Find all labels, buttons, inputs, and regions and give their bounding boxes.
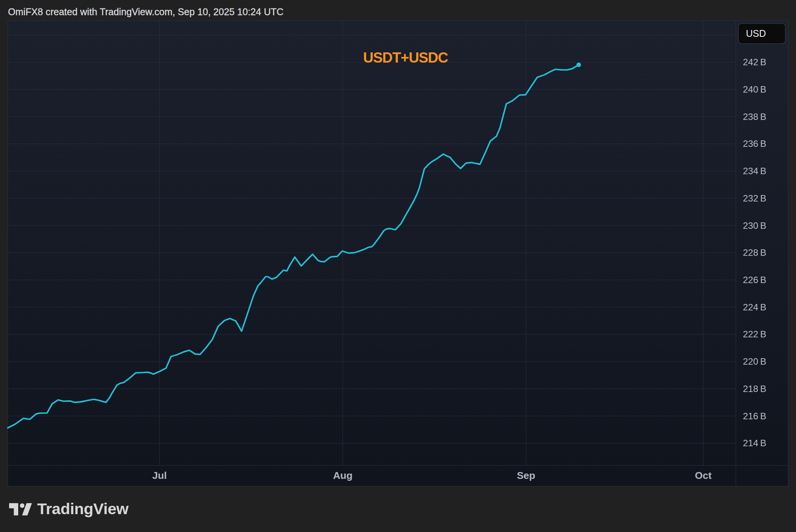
svg-text:Jul: Jul: [152, 470, 167, 481]
svg-text:226 B: 226 B: [743, 275, 766, 285]
svg-text:236 B: 236 B: [743, 139, 766, 149]
svg-text:Oct: Oct: [695, 470, 711, 481]
svg-text:234 B: 234 B: [743, 166, 766, 176]
svg-text:238 B: 238 B: [743, 112, 766, 122]
svg-text:OmiFX8 created with TradingVie: OmiFX8 created with TradingView.com, Sep…: [8, 6, 283, 17]
svg-text:224 B: 224 B: [743, 302, 766, 312]
svg-text:Aug: Aug: [333, 470, 353, 481]
svg-text:USD: USD: [746, 28, 766, 39]
svg-text:222 B: 222 B: [743, 329, 766, 339]
svg-text:242 B: 242 B: [743, 57, 766, 67]
svg-text:216 B: 216 B: [743, 411, 766, 421]
svg-text:220 B: 220 B: [743, 356, 766, 367]
svg-text:232 B: 232 B: [743, 193, 766, 203]
svg-text:230 B: 230 B: [743, 220, 766, 231]
svg-text:Sep: Sep: [517, 470, 535, 481]
svg-text:240 B: 240 B: [743, 84, 766, 94]
svg-text:214 B: 214 B: [743, 438, 766, 448]
svg-text:228 B: 228 B: [743, 247, 766, 258]
svg-text:218 B: 218 B: [743, 384, 766, 394]
svg-text:USDT+USDC: USDT+USDC: [363, 50, 448, 66]
svg-text:TradingView: TradingView: [37, 500, 129, 518]
